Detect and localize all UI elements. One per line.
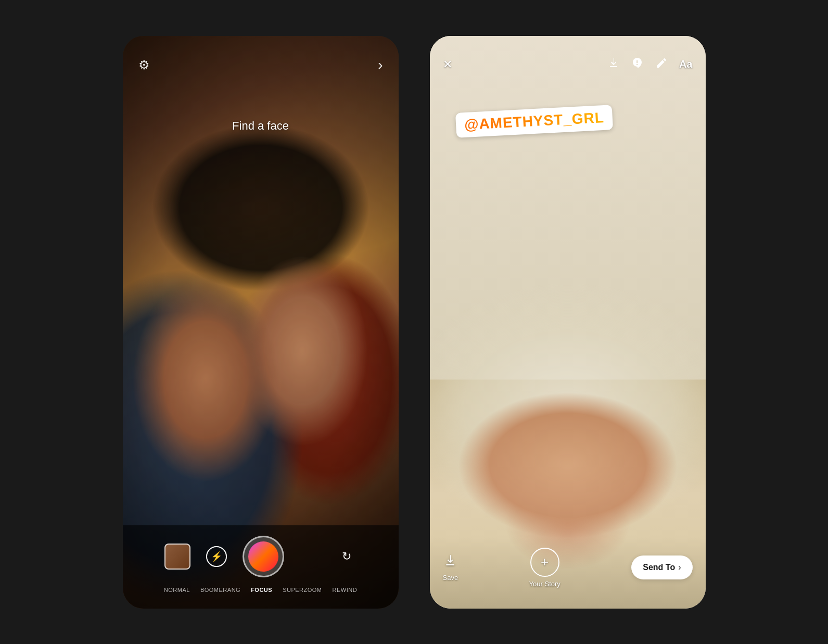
- send-to-text: Send To: [643, 563, 675, 572]
- find-face-text: Find a face: [232, 119, 289, 132]
- gallery-thumbnail[interactable]: [164, 544, 190, 570]
- settings-icon[interactable]: ⚙: [138, 58, 150, 72]
- camera-modes: NORMAL BOOMERANG FOCUS SUPERZOOM REWIND: [123, 587, 399, 593]
- send-to-chevron-icon: ›: [678, 563, 681, 572]
- save-button[interactable]: Save: [443, 554, 458, 582]
- mode-boomerang[interactable]: BOOMERANG: [200, 587, 240, 593]
- mode-focus[interactable]: FOCUS: [251, 587, 272, 593]
- download-header-icon[interactable]: [607, 57, 620, 72]
- chevron-right-icon[interactable]: ›: [378, 57, 383, 73]
- shutter-button[interactable]: [243, 536, 284, 577]
- close-icon[interactable]: ✕: [443, 58, 452, 71]
- story-header: ✕ Aa: [430, 57, 706, 72]
- flash-icon[interactable]: ⚡: [206, 546, 227, 567]
- mode-normal[interactable]: NORMAL: [164, 587, 190, 593]
- save-label: Save: [443, 574, 458, 582]
- camera-control-bar: ⚡ ↻: [123, 536, 399, 577]
- your-story-label: Your Story: [529, 580, 561, 588]
- pen-icon[interactable]: [655, 57, 668, 72]
- send-to-button[interactable]: Send To ›: [631, 555, 692, 579]
- story-bottom-controls: Save + Your Story Send To ›: [430, 537, 706, 609]
- your-story-circle: +: [530, 548, 559, 577]
- sticker-icon[interactable]: [631, 57, 644, 72]
- camera-header: ⚙ ›: [123, 57, 399, 73]
- camera-controls: ⚡ ↻ NORMAL BOOMERANG FOCUS SUPERZOOM REW…: [123, 525, 399, 609]
- text-tool-icon[interactable]: Aa: [679, 58, 693, 70]
- username-text: @AMETHYST_GRL: [464, 109, 604, 132]
- story-screen: ✕ Aa @AMETHYST_GRL: [430, 36, 706, 609]
- your-story-button[interactable]: + Your Story: [529, 548, 561, 588]
- add-story-icon: +: [541, 554, 549, 570]
- story-header-icons: Aa: [607, 57, 693, 72]
- save-icon: [443, 554, 457, 571]
- find-face-prompt: Find a face: [123, 119, 399, 133]
- camera-screen: ⚙ › Find a face ⚡ ↻ NORMAL BOOMERANG FOC…: [123, 36, 399, 609]
- shutter-inner: [248, 541, 278, 572]
- mode-superzoom[interactable]: SUPERZOOM: [283, 587, 322, 593]
- flip-camera-icon[interactable]: ↻: [336, 546, 357, 567]
- mode-rewind[interactable]: REWIND: [333, 587, 358, 593]
